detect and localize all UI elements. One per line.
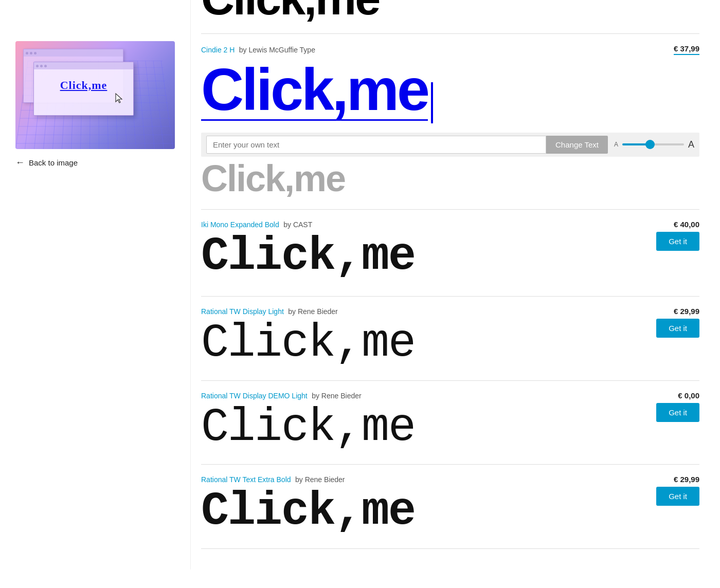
font-header-right-rational-demo: € 0,00 Get it	[656, 391, 699, 422]
sidebar: Click,me ← Back to image	[0, 0, 190, 569]
cindie2h-preview-wrap: Click,me	[201, 58, 699, 128]
font-foundry-rational-light: by Rene Bieder	[288, 307, 338, 316]
font-name-rational-bold[interactable]: Rational TW Text Extra Bold	[201, 475, 291, 484]
font-price-rational-light: € 29,99	[674, 307, 699, 316]
get-it-button-rational-demo[interactable]: Get it	[656, 403, 699, 422]
window-dot	[34, 52, 37, 54]
window-card-front: Click,me	[33, 62, 134, 116]
font-row-rational-light: Rational TW Display Light by Rene Bieder…	[201, 307, 699, 368]
cursor-icon	[115, 93, 124, 104]
font-entry-topcut: Click,me	[201, 0, 699, 34]
topcut-preview-text: Click,me	[201, 0, 699, 22]
font-info-cindie2h: Cindie 2 H by Lewis McGuffie Type	[201, 45, 315, 54]
font-row-rational-demo: Rational TW Display DEMO Light by Rene B…	[201, 391, 699, 452]
font-size-slider-area: A A	[614, 139, 694, 150]
text-cursor	[431, 82, 433, 123]
font-row-rational-bold: Rational TW Text Extra Bold by Rene Bied…	[201, 475, 699, 536]
font-entry-left-iki: Iki Mono Expanded Bold by CAST Click,me	[201, 220, 656, 284]
font-entry-left-rational-bold: Rational TW Text Extra Bold by Rene Bied…	[201, 475, 656, 536]
font-entry-iki-mono: Iki Mono Expanded Bold by CAST Click,me …	[201, 210, 699, 297]
font-name-iki[interactable]: Iki Mono Expanded Bold	[201, 220, 279, 229]
custom-text-input[interactable]	[206, 136, 546, 154]
font-info-rational-demo: Rational TW Display DEMO Light by Rene B…	[201, 391, 362, 400]
font-header-right-rational-bold: € 29,99 Get it	[656, 475, 699, 506]
svg-marker-0	[116, 94, 122, 103]
rational-light-preview-text: Click,me	[201, 319, 656, 368]
font-foundry-cindie2h: by Lewis McGuffie Type	[239, 46, 315, 54]
font-header-rational-demo: Rational TW Display DEMO Light by Rene B…	[201, 391, 656, 400]
text-input-row: Change Text A A	[201, 133, 699, 157]
font-header-cindie2h: Cindie 2 H by Lewis McGuffie Type € 37,9…	[201, 44, 699, 55]
font-info-rational-bold: Rational TW Text Extra Bold by Rene Bied…	[201, 475, 345, 484]
font-size-slider[interactable]	[622, 143, 684, 145]
get-it-button-iki[interactable]: Get it	[656, 232, 699, 251]
slider-label-large: A	[688, 139, 694, 150]
get-it-button-rational-bold[interactable]: Get it	[656, 487, 699, 506]
font-foundry-rational-bold: by Rene Bieder	[295, 475, 345, 484]
iki-preview-text: Click,me	[201, 232, 656, 281]
font-info-iki: Iki Mono Expanded Bold by CAST	[201, 220, 312, 229]
slider-label-small: A	[614, 141, 618, 148]
font-price-cindie2h: € 37,99	[674, 44, 699, 55]
window-dot	[30, 52, 32, 54]
window-content: Click,me	[34, 62, 133, 108]
window-dot	[26, 52, 28, 54]
font-name-rational-light[interactable]: Rational TW Display Light	[201, 307, 284, 316]
font-price-rational-bold: € 29,99	[674, 475, 699, 484]
cindie2h-preview-text: Click,me	[201, 60, 428, 121]
get-it-button-rational-light[interactable]: Get it	[656, 319, 699, 338]
font-entry-rational-bold: Rational TW Text Extra Bold by Rene Bied…	[201, 465, 699, 549]
back-arrow-icon: ←	[15, 157, 25, 168]
main-content: Click,me Cindie 2 H by Lewis McGuffie Ty…	[190, 0, 720, 569]
back-label: Back to image	[29, 158, 78, 167]
font-price-iki: € 40,00	[674, 220, 699, 229]
font-entry-left-rational-light: Rational TW Display Light by Rene Bieder…	[201, 307, 656, 368]
font-header-rational-bold: Rational TW Text Extra Bold by Rene Bied…	[201, 475, 656, 484]
font-header-right-iki: € 40,00 Get it	[656, 220, 699, 251]
cindie2h-grey-preview: Click,me	[201, 160, 699, 197]
font-foundry-rational-demo: by Rene Bieder	[312, 392, 362, 400]
font-foundry-iki: by CAST	[283, 220, 312, 229]
font-entry-left-rational-demo: Rational TW Display DEMO Light by Rene B…	[201, 391, 656, 452]
rational-demo-preview-text: Click,me	[201, 403, 656, 452]
font-info-rational-light: Rational TW Display Light by Rene Bieder	[201, 307, 338, 316]
font-entry-rational-light: Rational TW Display Light by Rene Bieder…	[201, 297, 699, 381]
click-me-label: Click,me	[60, 79, 107, 92]
font-name-cindie2h[interactable]: Cindie 2 H	[201, 46, 235, 54]
window-titlebar-back	[24, 49, 123, 57]
preview-image: Click,me	[15, 41, 175, 149]
font-row-iki: Iki Mono Expanded Bold by CAST Click,me …	[201, 220, 699, 284]
font-price-rational-demo: € 0,00	[678, 391, 699, 400]
font-entry-rational-demo: Rational TW Display DEMO Light by Rene B…	[201, 381, 699, 465]
font-name-rational-demo[interactable]: Rational TW Display DEMO Light	[201, 392, 308, 400]
font-entry-cindie2h: Cindie 2 H by Lewis McGuffie Type € 37,9…	[201, 34, 699, 210]
font-header-rational-light: Rational TW Display Light by Rene Bieder	[201, 307, 656, 316]
top-partial-preview: Click,me	[201, 0, 699, 23]
font-header-right-rational-light: € 29,99 Get it	[656, 307, 699, 338]
back-to-image-link[interactable]: ← Back to image	[15, 157, 78, 168]
change-text-button[interactable]: Change Text	[546, 136, 608, 154]
rational-bold-preview-text: Click,me	[201, 487, 656, 536]
font-header-iki: Iki Mono Expanded Bold by CAST	[201, 220, 656, 229]
